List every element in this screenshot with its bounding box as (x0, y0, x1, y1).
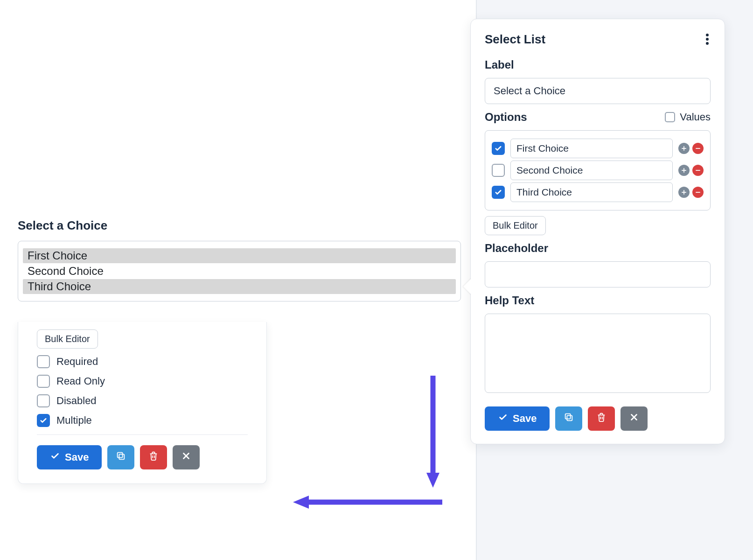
help-text-heading: Help Text (485, 294, 711, 307)
panel-pointer-icon (463, 278, 472, 295)
option-default-checkbox[interactable] (492, 142, 505, 155)
svg-rect-1 (118, 453, 123, 458)
options-heading: Options (485, 111, 527, 124)
duplicate-button[interactable] (107, 445, 134, 469)
checkbox-label: Read Only (56, 375, 105, 387)
delete-button[interactable] (140, 445, 167, 469)
checkbox-unchecked-icon (37, 394, 50, 407)
trash-icon (148, 451, 159, 464)
svg-rect-0 (119, 454, 125, 459)
add-option-button[interactable] (678, 143, 690, 154)
remove-option-button[interactable] (692, 187, 704, 198)
help-text-input[interactable] (485, 314, 711, 393)
svg-rect-3 (565, 414, 571, 419)
field-config-panel: Select List Label Options Values (470, 19, 725, 444)
check-icon (498, 412, 508, 425)
annotation-arrow-down-icon (425, 376, 440, 488)
values-toggle[interactable]: Values (665, 111, 711, 123)
checkbox-unchecked-icon (37, 355, 50, 368)
cancel-button[interactable] (621, 406, 648, 431)
add-option-button[interactable] (678, 165, 690, 176)
copy-icon (564, 412, 574, 425)
checkbox-label: Multiple (56, 414, 92, 427)
bulk-editor-button[interactable]: Bulk Editor (485, 216, 546, 235)
bulk-editor-button[interactable]: Bulk Editor (37, 329, 98, 349)
svg-marker-7 (293, 496, 309, 509)
readonly-toggle[interactable]: Read Only (37, 375, 248, 388)
annotation-arrow-left-icon (293, 495, 442, 510)
option-text-input[interactable] (510, 139, 673, 158)
more-options-button[interactable] (704, 29, 711, 49)
save-button-label: Save (65, 451, 89, 463)
cancel-button[interactable] (173, 445, 200, 469)
disabled-toggle[interactable]: Disabled (37, 394, 248, 407)
save-button[interactable]: Save (485, 406, 550, 431)
option-row (492, 139, 704, 158)
check-icon (50, 451, 60, 464)
add-option-button[interactable] (678, 187, 690, 198)
checkbox-checked-icon (37, 414, 50, 427)
label-heading: Label (485, 58, 711, 71)
close-icon (181, 451, 191, 464)
required-toggle[interactable]: Required (37, 355, 248, 368)
multiple-toggle[interactable]: Multiple (37, 414, 248, 427)
preview-option[interactable]: Second Choice (23, 264, 456, 279)
checkbox-unchecked-icon (665, 112, 675, 122)
save-button[interactable]: Save (37, 445, 102, 469)
checkbox-label: Required (56, 356, 98, 368)
values-toggle-label: Values (680, 111, 711, 123)
close-icon (629, 412, 639, 425)
option-row (492, 161, 704, 180)
option-default-checkbox[interactable] (492, 164, 505, 177)
save-button-label: Save (513, 413, 537, 425)
remove-option-button[interactable] (692, 165, 704, 176)
checkbox-unchecked-icon (37, 375, 50, 388)
preview-field-label: Select a Choice (18, 218, 107, 233)
duplicate-button[interactable] (555, 406, 582, 431)
checkbox-label: Disabled (56, 395, 97, 407)
option-row (492, 182, 704, 202)
trash-icon (596, 412, 607, 425)
placeholder-input[interactable] (485, 261, 711, 287)
preview-option[interactable]: Third Choice (23, 279, 456, 294)
divider (37, 434, 248, 435)
preview-select-multiple[interactable]: First Choice Second Choice Third Choice (18, 241, 461, 301)
option-text-input[interactable] (510, 182, 673, 202)
placeholder-heading: Placeholder (485, 242, 711, 255)
option-text-input[interactable] (510, 161, 673, 180)
label-input[interactable] (485, 78, 711, 104)
panel-title: Select List (485, 32, 545, 47)
field-settings-card: Bulk Editor Required Read Only Disabled … (18, 322, 267, 484)
svg-rect-2 (567, 415, 572, 420)
preview-option[interactable]: First Choice (23, 248, 456, 263)
svg-marker-5 (426, 473, 439, 488)
options-list (485, 130, 711, 210)
option-default-checkbox[interactable] (492, 186, 505, 199)
remove-option-button[interactable] (692, 143, 704, 154)
copy-icon (116, 451, 126, 464)
delete-button[interactable] (588, 406, 615, 431)
